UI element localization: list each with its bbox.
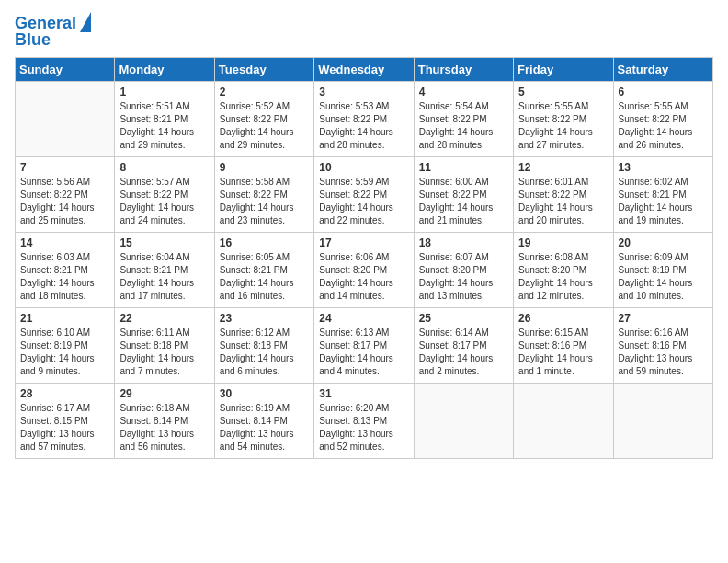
calendar-cell: 24Sunrise: 6:13 AM Sunset: 8:17 PM Dayli… [314,307,414,383]
day-info: Sunrise: 5:58 AM Sunset: 8:22 PM Dayligh… [220,176,309,227]
calendar-cell: 9Sunrise: 5:58 AM Sunset: 8:22 PM Daylig… [214,156,313,232]
day-info: Sunrise: 6:13 AM Sunset: 8:17 PM Dayligh… [319,327,408,378]
day-of-week-header: Saturday [613,57,712,81]
day-number: 19 [518,236,608,249]
day-number: 5 [518,86,608,98]
calendar-table: SundayMondayTuesdayWednesdayThursdayFrid… [15,57,713,459]
day-info: Sunrise: 6:05 AM Sunset: 8:21 PM Dayligh… [220,251,309,303]
day-info: Sunrise: 6:08 AM Sunset: 8:20 PM Dayligh… [518,251,608,303]
day-info: Sunrise: 5:51 AM Sunset: 8:21 PM Dayligh… [119,100,209,152]
calendar-cell [514,383,613,458]
day-info: Sunrise: 6:04 AM Sunset: 8:21 PM Dayligh… [119,251,209,303]
day-info: Sunrise: 5:56 AM Sunset: 8:22 PM Dayligh… [20,176,109,227]
day-number: 18 [419,236,508,249]
page-header: General Blue [15,15,713,50]
day-info: Sunrise: 6:02 AM Sunset: 8:21 PM Dayligh… [619,176,708,227]
day-info: Sunrise: 6:15 AM Sunset: 8:16 PM Dayligh… [518,327,608,378]
calendar-cell: 23Sunrise: 6:12 AM Sunset: 8:18 PM Dayli… [214,307,313,383]
calendar-cell: 7Sunrise: 5:56 AM Sunset: 8:22 PM Daylig… [16,156,115,232]
day-number: 7 [20,161,109,174]
calendar-header-row: SundayMondayTuesdayWednesdayThursdayFrid… [16,57,713,81]
day-number: 11 [419,161,508,174]
calendar-cell: 31Sunrise: 6:20 AM Sunset: 8:13 PM Dayli… [314,383,414,458]
day-number: 25 [419,312,508,325]
day-number: 9 [220,161,309,174]
day-info: Sunrise: 6:00 AM Sunset: 8:22 PM Dayligh… [419,176,508,227]
day-info: Sunrise: 5:52 AM Sunset: 8:22 PM Dayligh… [220,100,309,152]
day-number: 16 [220,236,309,249]
day-info: Sunrise: 6:09 AM Sunset: 8:19 PM Dayligh… [619,251,708,303]
calendar-week-row: 1Sunrise: 5:51 AM Sunset: 8:21 PM Daylig… [16,81,713,156]
day-of-week-header: Monday [115,57,214,81]
day-info: Sunrise: 6:16 AM Sunset: 8:16 PM Dayligh… [619,327,708,378]
day-info: Sunrise: 6:14 AM Sunset: 8:17 PM Dayligh… [419,327,508,378]
day-number: 21 [20,312,109,325]
calendar-cell [414,383,513,458]
calendar-cell: 20Sunrise: 6:09 AM Sunset: 8:19 PM Dayli… [613,232,712,307]
calendar-cell: 16Sunrise: 6:05 AM Sunset: 8:21 PM Dayli… [214,232,313,307]
calendar-body: 1Sunrise: 5:51 AM Sunset: 8:21 PM Daylig… [16,81,713,458]
day-number: 28 [20,387,109,400]
day-of-week-header: Tuesday [214,57,313,81]
calendar-cell: 22Sunrise: 6:11 AM Sunset: 8:18 PM Dayli… [115,307,214,383]
day-number: 12 [518,161,608,174]
calendar-cell: 18Sunrise: 6:07 AM Sunset: 8:20 PM Dayli… [414,232,513,307]
calendar-cell: 6Sunrise: 5:55 AM Sunset: 8:22 PM Daylig… [613,81,712,156]
day-info: Sunrise: 6:20 AM Sunset: 8:13 PM Dayligh… [319,402,408,454]
day-info: Sunrise: 6:03 AM Sunset: 8:21 PM Dayligh… [20,251,109,303]
day-number: 6 [619,86,708,98]
calendar-cell: 10Sunrise: 5:59 AM Sunset: 8:22 PM Dayli… [314,156,414,232]
calendar-cell: 15Sunrise: 6:04 AM Sunset: 8:21 PM Dayli… [115,232,214,307]
day-number: 27 [619,312,708,325]
day-info: Sunrise: 5:57 AM Sunset: 8:22 PM Dayligh… [119,176,209,227]
logo-triangle-icon [80,12,91,32]
calendar-cell: 19Sunrise: 6:08 AM Sunset: 8:20 PM Dayli… [514,232,613,307]
day-info: Sunrise: 6:11 AM Sunset: 8:18 PM Dayligh… [119,327,209,378]
calendar-cell: 8Sunrise: 5:57 AM Sunset: 8:22 PM Daylig… [115,156,214,232]
day-number: 13 [619,161,708,174]
calendar-cell: 12Sunrise: 6:01 AM Sunset: 8:22 PM Dayli… [514,156,613,232]
calendar-week-row: 21Sunrise: 6:10 AM Sunset: 8:19 PM Dayli… [16,307,713,383]
calendar-cell: 27Sunrise: 6:16 AM Sunset: 8:16 PM Dayli… [613,307,712,383]
calendar-week-row: 28Sunrise: 6:17 AM Sunset: 8:15 PM Dayli… [16,383,713,458]
day-number: 4 [419,86,508,98]
day-number: 22 [119,312,209,325]
day-of-week-header: Sunday [16,57,115,81]
day-info: Sunrise: 6:18 AM Sunset: 8:14 PM Dayligh… [119,402,209,454]
calendar-cell: 30Sunrise: 6:19 AM Sunset: 8:14 PM Dayli… [214,383,313,458]
calendar-cell [16,81,115,156]
day-info: Sunrise: 6:01 AM Sunset: 8:22 PM Dayligh… [518,176,608,227]
calendar-cell: 25Sunrise: 6:14 AM Sunset: 8:17 PM Dayli… [414,307,513,383]
calendar-cell [613,383,712,458]
day-number: 1 [119,86,209,98]
calendar-cell: 17Sunrise: 6:06 AM Sunset: 8:20 PM Dayli… [314,232,414,307]
calendar-cell: 21Sunrise: 6:10 AM Sunset: 8:19 PM Dayli… [16,307,115,383]
calendar-cell: 26Sunrise: 6:15 AM Sunset: 8:16 PM Dayli… [514,307,613,383]
calendar-week-row: 7Sunrise: 5:56 AM Sunset: 8:22 PM Daylig… [16,156,713,232]
day-info: Sunrise: 6:12 AM Sunset: 8:18 PM Dayligh… [220,327,309,378]
day-info: Sunrise: 5:55 AM Sunset: 8:22 PM Dayligh… [619,100,708,152]
day-info: Sunrise: 6:06 AM Sunset: 8:20 PM Dayligh… [319,251,408,303]
day-info: Sunrise: 5:53 AM Sunset: 8:22 PM Dayligh… [319,100,408,152]
day-info: Sunrise: 5:55 AM Sunset: 8:22 PM Dayligh… [518,100,608,152]
day-number: 24 [319,312,408,325]
day-number: 30 [220,387,309,400]
calendar-cell: 11Sunrise: 6:00 AM Sunset: 8:22 PM Dayli… [414,156,513,232]
day-number: 15 [119,236,209,249]
day-number: 17 [319,236,408,249]
calendar-cell: 28Sunrise: 6:17 AM Sunset: 8:15 PM Dayli… [16,383,115,458]
calendar-cell: 2Sunrise: 5:52 AM Sunset: 8:22 PM Daylig… [214,81,313,156]
day-number: 3 [319,86,408,98]
calendar-cell: 4Sunrise: 5:54 AM Sunset: 8:22 PM Daylig… [414,81,513,156]
calendar-cell: 29Sunrise: 6:18 AM Sunset: 8:14 PM Dayli… [115,383,214,458]
day-number: 31 [319,387,408,400]
day-number: 2 [220,86,309,98]
calendar-cell: 3Sunrise: 5:53 AM Sunset: 8:22 PM Daylig… [314,81,414,156]
calendar-cell: 5Sunrise: 5:55 AM Sunset: 8:22 PM Daylig… [514,81,613,156]
day-number: 29 [119,387,209,400]
day-of-week-header: Friday [514,57,613,81]
logo: General Blue [15,15,91,50]
day-info: Sunrise: 6:17 AM Sunset: 8:15 PM Dayligh… [20,402,109,454]
calendar-cell: 14Sunrise: 6:03 AM Sunset: 8:21 PM Dayli… [16,232,115,307]
day-number: 20 [619,236,708,249]
